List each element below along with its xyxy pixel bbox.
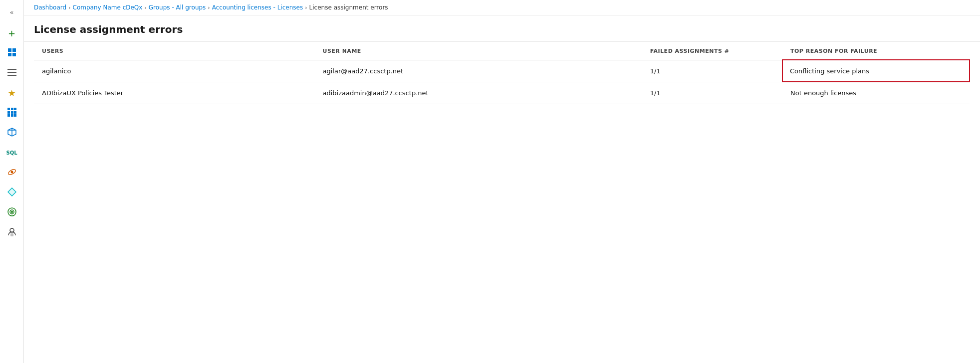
cell-username-0: agilar@aad27.ccsctp.net <box>315 60 642 82</box>
svg-rect-2 <box>8 53 11 56</box>
svg-rect-7 <box>7 108 10 110</box>
sidebar-item-target[interactable] <box>3 203 21 221</box>
svg-point-20 <box>10 171 13 173</box>
svg-rect-0 <box>8 48 11 52</box>
breadcrumb-accounting[interactable]: Accounting licenses - Licenses <box>212 4 303 11</box>
svg-rect-6 <box>7 75 16 76</box>
sidebar-item-orbit[interactable] <box>3 164 21 182</box>
breadcrumb-groups[interactable]: Groups - All groups <box>149 4 206 11</box>
cell-failed-1: 1/1 <box>642 82 782 104</box>
svg-rect-3 <box>12 53 16 56</box>
table-header-row: USERS USER NAME FAILED ASSIGNMENTS # TOP… <box>34 42 970 60</box>
table-row[interactable]: agilanicoagilar@aad27.ccsctp.net1/1Confl… <box>34 60 970 82</box>
assignments-table: USERS USER NAME FAILED ASSIGNMENTS # TOP… <box>34 42 970 104</box>
svg-rect-11 <box>11 111 13 114</box>
cell-reason-0: Conflicting service plans <box>782 60 970 82</box>
sidebar-item-favorites[interactable]: ★ <box>3 84 21 102</box>
breadcrumb-dashboard[interactable]: Dashboard <box>34 4 66 11</box>
add-icon: + <box>8 28 15 38</box>
svg-rect-9 <box>14 108 16 110</box>
sidebar: « + ★ <box>0 0 24 363</box>
star-icon: ★ <box>7 88 15 98</box>
svg-rect-15 <box>14 114 16 117</box>
diamond-icon <box>7 187 16 198</box>
cell-users-1: ADIbizaUX Policies Tester <box>34 82 315 104</box>
orbit-icon <box>7 168 16 178</box>
col-header-reason: TOP REASON FOR FAILURE <box>782 42 970 60</box>
svg-point-24 <box>11 211 13 213</box>
svg-rect-5 <box>7 72 16 73</box>
cell-failed-0: 1/1 <box>642 60 782 82</box>
apps-icon <box>7 108 16 118</box>
svg-marker-21 <box>8 188 16 196</box>
main-content: Dashboard › Company Name cDeQx › Groups … <box>24 0 980 363</box>
col-header-username: USER NAME <box>315 42 642 60</box>
target-icon <box>7 207 16 218</box>
breadcrumb-sep-2: › <box>144 4 146 11</box>
package-icon <box>7 128 16 138</box>
svg-rect-10 <box>7 111 10 114</box>
table-area: USERS USER NAME FAILED ASSIGNMENTS # TOP… <box>24 42 980 363</box>
page-title: License assignment errors <box>34 23 970 35</box>
sidebar-item-list[interactable] <box>3 64 21 82</box>
col-header-users: USERS <box>34 42 315 60</box>
sidebar-item-user[interactable] <box>3 223 21 241</box>
sidebar-item-add[interactable]: + <box>3 24 21 42</box>
svg-rect-4 <box>7 69 16 70</box>
list-icon <box>7 69 16 77</box>
sidebar-item-package[interactable] <box>3 124 21 142</box>
sql-icon: SQL <box>6 150 17 156</box>
page-header: License assignment errors <box>24 15 980 42</box>
cell-username-1: adibizaadmin@aad27.ccsctp.net <box>315 82 642 104</box>
breadcrumb-sep-1: › <box>68 4 70 11</box>
cell-users-0: agilanico <box>34 60 315 82</box>
breadcrumb: Dashboard › Company Name cDeQx › Groups … <box>24 0 980 15</box>
user-icon <box>7 227 16 238</box>
svg-rect-26 <box>10 233 13 236</box>
breadcrumb-current: License assignment errors <box>309 4 388 11</box>
sidebar-item-diamond[interactable] <box>3 183 21 201</box>
col-header-failed: FAILED ASSIGNMENTS # <box>642 42 782 60</box>
breadcrumb-company[interactable]: Company Name cDeQx <box>73 4 143 11</box>
table-row[interactable]: ADIbizaUX Policies Testeradibizaadmin@aa… <box>34 82 970 104</box>
svg-rect-12 <box>14 111 16 114</box>
sidebar-collapse-button[interactable]: « <box>4 4 20 20</box>
svg-rect-1 <box>12 48 16 52</box>
collapse-icon: « <box>10 8 14 16</box>
sidebar-item-dashboard[interactable] <box>3 44 21 62</box>
svg-rect-14 <box>11 114 13 117</box>
svg-rect-8 <box>11 108 13 110</box>
breadcrumb-sep-4: › <box>305 4 307 11</box>
cell-reason-1: Not enough licenses <box>782 82 970 104</box>
svg-rect-13 <box>7 114 10 117</box>
breadcrumb-sep-3: › <box>208 4 210 11</box>
dashboard-icon <box>7 48 16 58</box>
sidebar-item-sql[interactable]: SQL <box>3 144 21 162</box>
sidebar-item-apps[interactable] <box>3 104 21 122</box>
